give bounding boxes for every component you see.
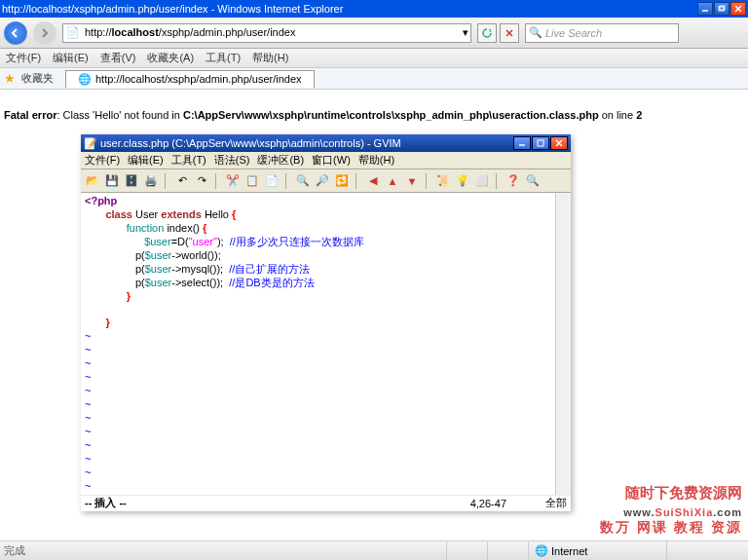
gvim-menu-file[interactable]: 文件(F) [85,153,120,168]
replace-icon[interactable]: 🔁 [334,173,350,189]
cut-icon[interactable]: ✂️ [225,173,241,189]
search-help-icon[interactable]: 🔍 [525,173,541,189]
shell-icon[interactable]: ⬜ [474,173,490,189]
watermark: 随时下免费资源网 www.SuiShiXia.com 数万 网课 教程 资源 [600,484,742,537]
menu-help[interactable]: 帮助(H) [252,51,288,65]
svg-rect-8 [538,140,543,146]
gvim-mode: -- 插入 -- [85,496,357,510]
gvim-menubar: 文件(F) 编辑(E) 工具(T) 语法(S) 缓冲区(B) 窗口(W) 帮助(… [81,152,571,169]
make-icon[interactable]: 💡 [455,173,470,189]
gvim-minimize-button[interactable] [513,136,531,150]
favorites-bar: ★ 收藏夹 🌐 http://localhost/xsphp/admin.php… [0,68,748,90]
gvim-editor[interactable]: <?php class User extends Hello { functio… [81,193,571,495]
menu-favorites[interactable]: 收藏夹(A) [147,51,194,65]
back-button[interactable] [4,21,27,45]
gvim-app-icon: 📝 [84,137,97,150]
menu-file[interactable]: 文件(F) [6,51,41,65]
gvim-window: 📝 user.class.php (C:\AppServ\www\xsphp\a… [81,134,571,511]
browser-tab[interactable]: 🌐 http://localhost/xsphp/admin.php/user/… [65,70,315,88]
gvim-menu-window[interactable]: 窗口(W) [312,153,351,168]
findnext-icon[interactable]: 🔎 [315,173,330,189]
paste-icon[interactable]: 📄 [264,173,280,189]
favorites-label: 收藏夹 [21,71,54,86]
menu-edit[interactable]: 编辑(E) [53,51,89,65]
page-content: Fatal error: Class 'Hello' not found in … [0,90,748,127]
tag-jump-icon[interactable]: ▼ [404,173,420,189]
session-icon[interactable]: 📜 [435,173,451,189]
gvim-titlebar: 📝 user.class.php (C:\AppServ\www\xsphp\a… [81,134,571,152]
ie-window-buttons [697,2,746,16]
search-box[interactable]: 🔍 Live Search [525,23,679,43]
gvim-scrollbar[interactable] [555,193,571,495]
gvim-menu-edit[interactable]: 编辑(E) [128,153,164,168]
gvim-menu-buffer[interactable]: 缓冲区(B) [257,153,304,168]
dropdown-icon[interactable]: ▾ [463,26,468,39]
search-icon: 🔍 [529,26,542,39]
tab-icon: 🌐 [78,73,92,86]
menu-tools[interactable]: 工具(T) [206,51,241,65]
ie-title: http://localhost/xsphp/admin.php/user/in… [2,3,697,15]
forward-button[interactable] [33,21,56,45]
restore-button[interactable] [714,2,729,16]
zone-label: Internet [551,545,587,557]
zone-icon: 🌐 [535,544,548,557]
search-placeholder: Live Search [545,27,602,39]
menu-view[interactable]: 查看(V) [100,51,136,65]
status-text: 完成 [4,543,62,558]
gvim-toolbar: 📂 💾 🗄️ 🖨️ ↶ ↷ ✂️ 📋 📄 🔍 🔎 🔁 ◀ ▲ ▼ 📜 💡 ⬜ ❓… [81,169,571,193]
ie-statusbar: 完成 🌐 Internet [0,541,748,560]
ie-nav: 📄 http://localhost/xsphp/admin.php/user/… [0,18,748,49]
gvim-menu-tools[interactable]: 工具(T) [171,153,206,168]
gvim-position: 4,26-47 [357,498,545,509]
undo-icon[interactable]: ↶ [174,173,190,189]
close-button[interactable] [730,2,746,16]
copy-icon[interactable]: 📋 [244,173,260,189]
address-bar[interactable]: 📄 http://localhost/xsphp/admin.php/user/… [62,23,471,43]
print-icon[interactable]: 🖨️ [143,173,159,189]
find-icon[interactable]: 🔍 [295,173,311,189]
tag-next-icon[interactable]: ▲ [385,173,400,189]
gvim-menu-help[interactable]: 帮助(H) [358,153,394,168]
gvim-title: user.class.php (C:\AppServ\www\xsphp\adm… [100,137,513,149]
gvim-maximize-button[interactable] [532,136,549,150]
saveall-icon[interactable]: 🗄️ [124,173,139,189]
tab-title: http://localhost/xsphp/admin.php/user/in… [95,73,302,85]
gvim-menu-syntax[interactable]: 语法(S) [214,153,250,168]
refresh-button[interactable] [477,23,497,43]
tag-prev-icon[interactable]: ◀ [365,173,381,189]
redo-icon[interactable]: ↷ [194,173,209,189]
open-icon[interactable]: 📂 [85,173,100,189]
help-icon[interactable]: ❓ [505,173,521,189]
page-icon: 📄 [65,25,81,41]
ie-titlebar: http://localhost/xsphp/admin.php/user/in… [0,0,748,18]
gvim-statusbar: -- 插入 -- 4,26-47 全部 [81,495,571,510]
gvim-close-button[interactable] [550,136,568,150]
address-url: http://localhost/xsphp/admin.php/user/in… [85,26,459,39]
minimize-button[interactable] [697,2,713,16]
stop-button[interactable] [500,23,519,43]
fatal-error: Fatal error: Class 'Hello' not found in … [4,107,744,123]
ie-menubar: 文件(F) 编辑(E) 查看(V) 收藏夹(A) 工具(T) 帮助(H) [0,49,748,68]
gvim-view: 全部 [545,496,567,510]
save-icon[interactable]: 💾 [104,173,120,189]
favorites-star-icon[interactable]: ★ [4,71,16,86]
